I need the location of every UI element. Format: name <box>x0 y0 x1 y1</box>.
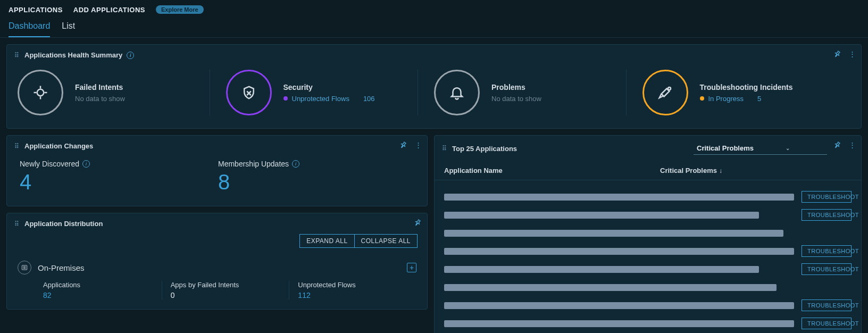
drag-handle-icon[interactable]: ⠿ <box>14 52 20 59</box>
app-bar[interactable] <box>444 194 794 201</box>
app-changes-panel: ⠿ Application Changes ⋮ Newly Discovered… <box>6 135 428 206</box>
kebab-icon[interactable]: ⋮ <box>849 141 856 151</box>
kebab-icon[interactable]: ⋮ <box>849 50 856 60</box>
in-progress-value: 5 <box>757 95 761 103</box>
drag-handle-icon[interactable]: ⠿ <box>14 220 20 228</box>
table-row: TROUBLESHOOT <box>444 281 852 293</box>
svg-point-0 <box>37 89 44 96</box>
datacenter-icon <box>18 261 31 274</box>
membership-updates-value[interactable]: 8 <box>218 170 416 194</box>
app-bar[interactable] <box>444 212 759 219</box>
dist-failed-value: 0 <box>171 291 289 299</box>
explore-more-pill[interactable]: Explore More <box>156 5 204 14</box>
app-bar[interactable] <box>444 302 794 309</box>
drag-handle-icon[interactable]: ⠿ <box>14 143 20 150</box>
membership-updates-label: Membership Updates <box>218 160 289 168</box>
troubleshoot-button[interactable]: TROUBLESHOOT <box>802 318 852 329</box>
tab-dashboard[interactable]: Dashboard <box>9 21 50 37</box>
app-bar[interactable] <box>444 230 783 237</box>
drag-handle-icon[interactable]: ⠿ <box>442 145 448 152</box>
hs-trouble-title: Troubleshooting Incidents <box>700 83 793 91</box>
shield-x-icon <box>226 70 272 115</box>
hs-problems-title: Problems <box>491 83 541 91</box>
kebab-icon[interactable]: ⋮ <box>415 141 422 151</box>
collapse-all-button[interactable]: COLLAPSE ALL <box>354 234 418 248</box>
dist-failed-label: Apps by Failed Intents <box>171 281 289 289</box>
app-bar[interactable] <box>444 284 777 291</box>
troubleshoot-button[interactable]: TROUBLESHOOT <box>802 191 852 203</box>
app-distribution-panel: ⠿ Application Distribution EXPAND ALL CO… <box>6 213 428 310</box>
newly-discovered-label: Newly Discovered <box>20 160 79 168</box>
app-distribution-title: Application Distribution <box>24 220 103 228</box>
app-changes-title: Application Changes <box>24 142 93 150</box>
troubleshoot-button[interactable]: TROUBLESHOOT <box>802 209 852 221</box>
table-row: TROUBLESHOOT <box>444 191 852 203</box>
info-icon[interactable]: i <box>127 52 134 59</box>
table-row: TROUBLESHOOT <box>444 318 852 329</box>
table-row: TROUBLESHOOT <box>444 299 852 311</box>
sort-desc-icon: ↓ <box>719 167 722 174</box>
on-premises-title: On-Premises <box>38 263 85 272</box>
troubleshoot-button[interactable]: TROUBLESHOOT <box>802 245 852 257</box>
hs-security-title: Security <box>283 83 375 91</box>
bell-icon <box>434 70 480 115</box>
unprotected-flows-value: 106 <box>363 95 375 103</box>
tab-list[interactable]: List <box>62 21 75 37</box>
health-title: Applications Health Summary <box>24 51 122 59</box>
hs-troubleshooting: Troubleshooting Incidents In Progress 5 <box>642 70 851 115</box>
newly-discovered-value[interactable]: 4 <box>20 170 218 194</box>
top-apps-title: Top 25 Applications <box>452 145 517 153</box>
hs-problems: Problems No data to show <box>434 70 642 115</box>
hs-failed-sub: No data to show <box>75 95 125 103</box>
col-application-name[interactable]: Application Name <box>444 166 660 174</box>
nav-add-applications[interactable]: ADD APPLICATIONS <box>73 6 145 14</box>
pin-icon[interactable] <box>833 50 841 60</box>
col-critical-problems[interactable]: Critical Problems ↓ <box>660 166 852 174</box>
table-row: TROUBLESHOOT <box>444 209 852 221</box>
info-icon[interactable]: i <box>292 160 299 168</box>
in-progress-link[interactable]: In Progress <box>708 95 744 103</box>
dot-icon <box>283 96 288 101</box>
troubleshoot-button[interactable]: TROUBLESHOOT <box>802 263 852 275</box>
info-icon[interactable]: i <box>82 160 90 168</box>
col-critical-problems-label: Critical Problems <box>660 166 717 174</box>
table-row: TROUBLESHOOT <box>444 227 852 239</box>
target-icon <box>18 70 63 115</box>
hs-failed-title: Failed Intents <box>75 83 125 91</box>
app-bar[interactable] <box>444 248 794 255</box>
hs-problems-sub: No data to show <box>491 95 541 103</box>
hs-security: Security Unprotected Flows 106 <box>226 70 435 115</box>
pin-icon[interactable] <box>399 141 407 151</box>
dist-flows-value[interactable]: 112 <box>298 291 416 299</box>
pin-icon[interactable] <box>413 219 422 229</box>
metric-select[interactable]: Critical Problems ⌄ <box>694 142 827 155</box>
app-bar[interactable] <box>444 320 794 327</box>
nav-applications[interactable]: APPLICATIONS <box>9 6 63 14</box>
dist-apps-value[interactable]: 82 <box>43 291 162 299</box>
dist-apps-label: Applications <box>43 281 162 289</box>
expand-all-button[interactable]: EXPAND ALL <box>299 234 354 248</box>
health-summary-panel: ⠿ Applications Health Summary i ⋮ Failed… <box>6 44 862 129</box>
chevron-down-icon: ⌄ <box>786 145 790 151</box>
dot-icon <box>700 96 704 101</box>
unprotected-flows-link[interactable]: Unprotected Flows <box>292 95 349 103</box>
expand-section-button[interactable]: + <box>407 263 416 272</box>
app-bar[interactable] <box>444 266 759 273</box>
metric-select-value: Critical Problems <box>697 144 754 152</box>
svg-point-7 <box>668 87 671 90</box>
table-row: TROUBLESHOOT <box>444 245 852 257</box>
dist-flows-label: Unprotected Flows <box>298 281 416 289</box>
pin-icon[interactable] <box>833 141 841 151</box>
top-apps-panel: ⠿ Top 25 Applications Critical Problems … <box>434 135 862 333</box>
troubleshoot-button[interactable]: TROUBLESHOOT <box>802 299 852 311</box>
hs-failed-intents: Failed Intents No data to show <box>18 70 226 115</box>
table-row: TROUBLESHOOT <box>444 263 852 275</box>
tools-icon <box>642 70 688 115</box>
